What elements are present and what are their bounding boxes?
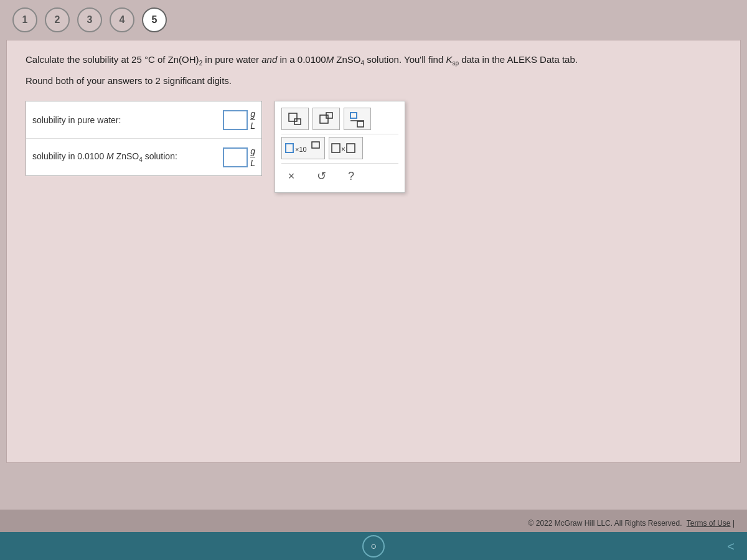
math-toolbar: ×10 × × ↺ ?	[275, 101, 405, 193]
main-content-area: Calculate the solubility at 25 °C of Zn(…	[6, 40, 741, 463]
svg-rect-4	[350, 113, 357, 118]
znso4-input[interactable]	[223, 147, 248, 167]
times10-button[interactable]: ×10	[281, 137, 325, 159]
terms-of-use-link[interactable]: Terms of Use	[687, 519, 731, 528]
step-5[interactable]: 5	[142, 7, 167, 32]
znso4-label: solubility in 0.0100 M ZnSO4 solution:	[32, 151, 217, 163]
subscript-button[interactable]	[281, 108, 309, 130]
pure-water-label: solubility in pure water:	[32, 115, 217, 125]
znso4-input-group: g L	[223, 146, 255, 168]
svg-rect-6	[357, 121, 364, 127]
answer-section: solubility in pure water: g L solubility…	[26, 101, 721, 193]
svg-rect-7	[286, 144, 293, 152]
pure-water-unit: g L	[250, 109, 255, 131]
fraction-button[interactable]	[344, 108, 371, 130]
bottom-bar: ○	[0, 532, 747, 560]
answer-table: solubility in pure water: g L solubility…	[26, 101, 262, 176]
svg-rect-2	[320, 115, 328, 123]
answer-row-pure-water: solubility in pure water: g L	[26, 101, 261, 139]
math-toolbar-row2: ×10 ×	[281, 137, 398, 159]
svg-text:×: ×	[341, 145, 345, 154]
rounding-instruction: Round both of your answers to 2 signific…	[26, 75, 721, 86]
svg-rect-9	[312, 142, 319, 148]
step-2[interactable]: 2	[45, 7, 70, 32]
problem-statement: Calculate the solubility at 25 °C of Zn(…	[26, 53, 721, 68]
pure-water-input[interactable]	[223, 110, 248, 130]
znso4-unit: g L	[250, 146, 255, 168]
step-navigation: 1 2 3 4 5	[0, 0, 747, 40]
svg-rect-0	[289, 113, 297, 121]
back-arrow[interactable]: <	[727, 539, 735, 554]
undo-button[interactable]: ↺	[311, 166, 331, 186]
svg-text:×10: ×10	[295, 146, 307, 153]
home-button[interactable]: ○	[362, 535, 385, 558]
svg-rect-10	[332, 144, 340, 152]
superscript-button[interactable]	[312, 108, 340, 130]
answer-row-znso4: solubility in 0.0100 M ZnSO4 solution: g…	[26, 139, 261, 175]
copyright: © 2022 McGraw Hill LLC. All Rights Reser…	[529, 519, 735, 528]
step-4[interactable]: 4	[110, 7, 134, 32]
math-toolbar-row1	[281, 108, 398, 130]
action-buttons: × ↺ ?	[281, 166, 398, 186]
multiply-button[interactable]: ×	[329, 137, 363, 159]
close-button[interactable]: ×	[281, 166, 301, 186]
step-3[interactable]: 3	[77, 7, 102, 32]
step-1[interactable]: 1	[12, 7, 37, 32]
help-button[interactable]: ?	[341, 166, 361, 186]
svg-rect-12	[347, 144, 355, 152]
pure-water-input-group: g L	[223, 109, 255, 131]
